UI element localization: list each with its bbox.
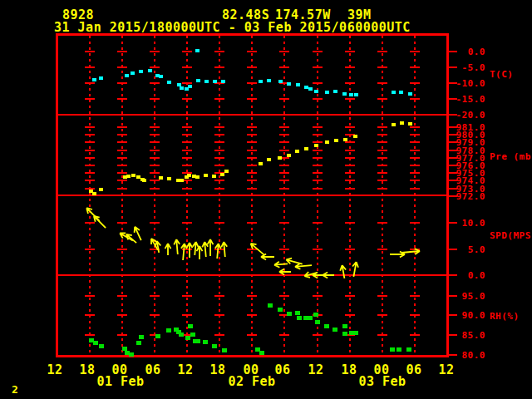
temperature-point	[278, 80, 283, 83]
grid-crossbar	[150, 222, 160, 224]
grid-crossbar	[410, 51, 420, 52]
rh-point	[139, 335, 144, 339]
rh-point	[268, 303, 273, 308]
grid-crossbar	[214, 165, 224, 166]
rh-point	[313, 313, 318, 317]
panel-separator	[58, 274, 446, 276]
grid-crossbar	[410, 172, 420, 174]
rh-point	[324, 324, 329, 328]
grid-crossbar	[85, 249, 95, 250]
rh-point	[342, 332, 347, 336]
rh-point	[203, 340, 208, 344]
temperature-point	[204, 80, 209, 83]
grid-crossbar	[247, 134, 257, 135]
grid-crossbar	[117, 141, 127, 143]
rh-point	[212, 344, 217, 348]
panel-separator	[58, 195, 446, 196]
rh-point	[222, 348, 227, 352]
grid-crossbar	[345, 150, 355, 151]
x-hour-label: 12	[177, 362, 193, 377]
grid-crossbar	[313, 222, 323, 224]
temperature-point	[325, 91, 329, 94]
grid-crossbar	[345, 51, 355, 52]
grid-crossbar	[410, 334, 420, 336]
pressure-point	[278, 156, 282, 160]
grid-crossbar	[410, 126, 420, 128]
grid-crossbar	[117, 180, 127, 181]
temperature-point	[99, 76, 103, 80]
grid-crossbar	[85, 165, 95, 166]
grid-crossbar	[410, 134, 420, 135]
x-hour-label: 18	[79, 362, 95, 377]
rh-point	[155, 334, 160, 338]
temperature-point	[296, 83, 300, 86]
grid-crossbar	[117, 222, 127, 224]
grid-crossbar	[182, 150, 192, 151]
grid-crossbar	[377, 222, 387, 224]
grid-crossbar	[214, 188, 224, 190]
grid-crossbar	[214, 98, 224, 100]
axis-unit-label-relative_humidity: RH(%)	[490, 311, 520, 322]
grid-crossbar	[247, 165, 257, 166]
grid-crossbar	[279, 165, 289, 166]
grid-crossbar	[85, 222, 95, 224]
grid-crossbar	[345, 180, 355, 181]
grid-crossbar	[345, 98, 355, 100]
grid-crossbar	[377, 172, 387, 174]
grid-crossbar	[279, 334, 289, 336]
rh-point	[136, 341, 141, 345]
grid-crossbar	[117, 249, 127, 250]
grid-crossbar	[410, 249, 420, 250]
grid-crossbar	[410, 314, 420, 316]
y-tick-label: 90.0	[451, 311, 485, 320]
grid-crossbar	[247, 66, 257, 68]
grid-crossbar	[150, 150, 160, 151]
grid-crossbar	[410, 141, 420, 143]
grid-crossbar	[377, 165, 387, 166]
temperature-point	[213, 80, 217, 83]
grid-crossbar	[377, 180, 387, 181]
grid-crossbar	[410, 98, 420, 100]
pressure-point	[295, 150, 299, 153]
grid-crossbar	[345, 66, 355, 68]
grid-crossbar	[117, 82, 127, 84]
grid-crossbar	[313, 150, 323, 151]
grid-crossbar	[247, 141, 257, 143]
grid-crossbar	[247, 295, 257, 297]
grid-crossbar	[279, 134, 289, 135]
grid-crossbar	[279, 66, 289, 68]
grid-crossbar	[247, 98, 257, 100]
grid-crossbar	[279, 98, 289, 100]
grid-crossbar	[117, 150, 127, 151]
axis-unit-label-temperature: T(C)	[490, 69, 514, 80]
grid-crossbar	[247, 314, 257, 316]
pressure-point	[204, 174, 208, 177]
grid-crossbar	[182, 141, 192, 143]
pressure-point	[304, 147, 308, 150]
grid-crossbar	[150, 314, 160, 316]
pressure-point	[142, 179, 146, 182]
grid-crossbar	[117, 134, 127, 135]
pressure-point	[126, 175, 131, 178]
x-hour-label: 12	[47, 362, 62, 377]
grid-crossbar	[214, 141, 224, 143]
grid-crossbar	[247, 172, 257, 174]
x-hour-label: 18	[341, 362, 357, 377]
pressure-point	[353, 135, 357, 138]
grid-crossbar	[182, 165, 192, 166]
pressure-point	[267, 158, 271, 161]
grid-crossbar	[117, 295, 127, 297]
pressure-point	[287, 154, 291, 157]
grid-crossbar	[377, 51, 387, 52]
grid-crossbar	[117, 188, 127, 190]
grid-crossbar	[279, 249, 289, 250]
grid-crossbar	[182, 134, 192, 135]
grid-crossbar	[410, 295, 420, 297]
temperature-point	[342, 92, 347, 96]
pressure-point	[334, 139, 338, 142]
grid-crossbar	[117, 157, 127, 159]
grid-crossbar	[117, 165, 127, 166]
grid-crossbar	[313, 157, 323, 159]
grid-crossbar	[377, 150, 387, 151]
temperature-point	[399, 91, 403, 94]
